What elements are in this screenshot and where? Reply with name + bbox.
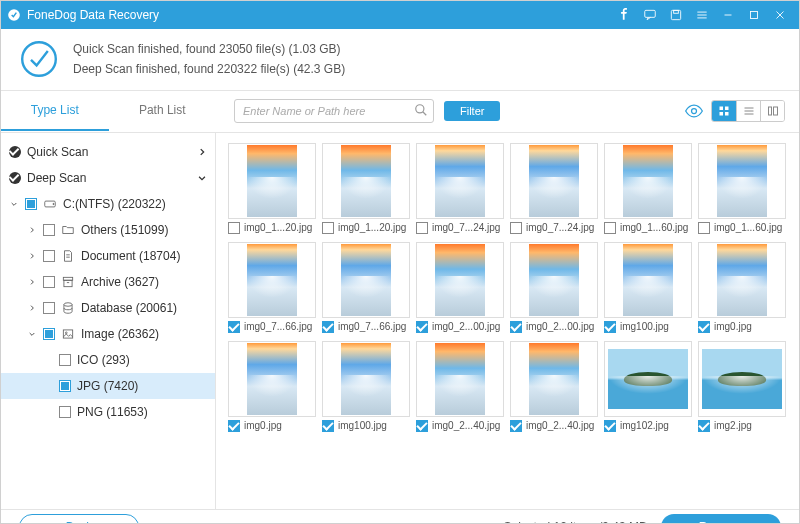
item-checkbox[interactable] [228,420,240,432]
item-checkbox[interactable] [510,222,522,234]
save-icon[interactable] [663,1,689,29]
grid-item[interactable]: img0_2...00.jpg [510,242,598,333]
svg-point-25 [53,203,54,204]
thumbnail[interactable] [416,242,504,318]
item-checkbox[interactable] [322,420,334,432]
item-checkbox[interactable] [416,420,428,432]
item-checkbox[interactable] [228,321,240,333]
thumbnail[interactable] [510,143,598,219]
tree-others[interactable]: Others (151099) [1,217,215,243]
tree-document[interactable]: Document (18704) [1,243,215,269]
grid-item[interactable]: img0_1...60.jpg [604,143,692,234]
thumbnail[interactable] [698,341,786,417]
tree-deep-scan[interactable]: Deep Scan [1,165,215,191]
checkbox[interactable] [59,354,71,366]
tree-ico[interactable]: ICO (293) [1,347,215,373]
grid-item[interactable]: img0.jpg [698,242,786,333]
item-checkbox[interactable] [510,420,522,432]
grid-item[interactable]: img0.jpg [228,341,316,432]
checkbox[interactable] [59,406,71,418]
view-list-button[interactable] [736,101,760,121]
tab-path-list[interactable]: Path List [109,91,217,131]
grid-item[interactable]: img0_7...66.jpg [322,242,410,333]
search-icon[interactable] [414,103,428,117]
close-button[interactable] [767,1,793,29]
tree-label: Deep Scan [27,171,86,185]
tree-archive[interactable]: Archive (3627) [1,269,215,295]
thumbnail[interactable] [416,341,504,417]
item-checkbox[interactable] [322,321,334,333]
item-checkbox[interactable] [604,420,616,432]
checkbox[interactable] [43,302,55,314]
item-filename: img0_2...40.jpg [432,420,500,431]
thumbnail[interactable] [322,341,410,417]
item-checkbox[interactable] [416,222,428,234]
menu-icon[interactable] [689,1,715,29]
maximize-button[interactable] [741,1,767,29]
thumbnail[interactable] [604,341,692,417]
tree-database[interactable]: Database (20061) [1,295,215,321]
minimize-button[interactable] [715,1,741,29]
tree-png[interactable]: PNG (11653) [1,399,215,425]
grid-item[interactable]: img0_7...24.jpg [416,143,504,234]
grid-item[interactable]: img2.jpg [698,341,786,432]
item-checkbox[interactable] [604,222,616,234]
tree-quick-scan[interactable]: Quick Scan [1,139,215,165]
recover-button[interactable]: Recover [661,514,781,524]
database-icon [61,301,75,315]
grid-item[interactable]: img102.jpg [604,341,692,432]
item-checkbox[interactable] [510,321,522,333]
checkbox[interactable] [43,250,55,262]
tab-type-list[interactable]: Type List [1,91,109,131]
thumbnail[interactable] [228,143,316,219]
item-checkbox[interactable] [698,222,710,234]
grid-item[interactable]: img0_7...66.jpg [228,242,316,333]
grid-item[interactable]: img0_7...24.jpg [510,143,598,234]
item-filename: img0_1...60.jpg [714,222,782,233]
thumbnail[interactable] [510,341,598,417]
checkbox-indeterminate[interactable] [25,198,37,210]
thumbnail[interactable] [604,242,692,318]
grid-item[interactable]: img100.jpg [322,341,410,432]
checkbox[interactable] [43,224,55,236]
checkbox-indeterminate[interactable] [59,380,71,392]
checkbox[interactable] [43,276,55,288]
tree-label: Image (26362) [81,327,159,341]
item-checkbox[interactable] [416,321,428,333]
feedback-icon[interactable] [637,1,663,29]
checkbox-indeterminate[interactable] [43,328,55,340]
grid-item[interactable]: img0_1...20.jpg [228,143,316,234]
thumbnail[interactable] [228,242,316,318]
thumbnail[interactable] [698,242,786,318]
thumbnail[interactable] [322,143,410,219]
thumbnail[interactable] [604,143,692,219]
view-grid-button[interactable] [712,101,736,121]
selection-info: Selected 12 items/9.43 MB [504,520,647,524]
item-checkbox[interactable] [698,321,710,333]
tree-drive[interactable]: C:(NTFS) (220322) [1,191,215,217]
item-checkbox[interactable] [698,420,710,432]
item-checkbox[interactable] [322,222,334,234]
grid-item[interactable]: img0_2...40.jpg [416,341,504,432]
item-checkbox[interactable] [604,321,616,333]
grid-item[interactable]: img100.jpg [604,242,692,333]
grid-item[interactable]: img0_2...40.jpg [510,341,598,432]
view-detail-button[interactable] [760,101,784,121]
search-input[interactable] [234,99,434,123]
filter-button[interactable]: Filter [444,101,500,121]
thumbnail[interactable] [322,242,410,318]
item-checkbox[interactable] [228,222,240,234]
thumbnail[interactable] [228,341,316,417]
tree-jpg[interactable]: JPG (7420) [1,373,215,399]
preview-toggle-icon[interactable] [683,100,705,122]
grid-item[interactable]: img0_1...20.jpg [322,143,410,234]
facebook-icon[interactable] [611,1,637,29]
thumbnail[interactable] [416,143,504,219]
thumbnail[interactable] [510,242,598,318]
grid-item[interactable]: img0_2...00.jpg [416,242,504,333]
grid-item[interactable]: img0_1...60.jpg [698,143,786,234]
tree-image[interactable]: Image (26362) [1,321,215,347]
svg-rect-22 [768,107,771,115]
back-button[interactable]: Back [19,514,139,524]
thumbnail[interactable] [698,143,786,219]
